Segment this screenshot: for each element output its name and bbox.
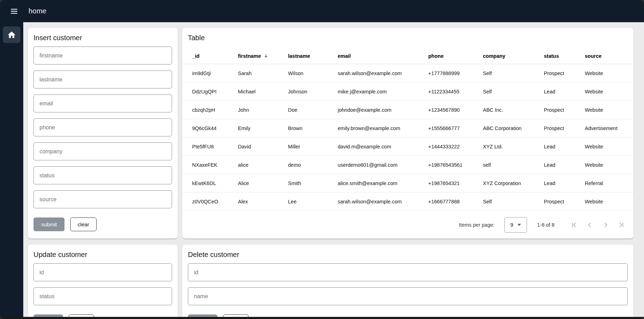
table-row: NXaxeFEKalicedemouserdemo601@gmail.com+1… <box>182 156 633 174</box>
column-header-label: _id <box>192 53 200 59</box>
delete-customer-fields <box>188 263 628 305</box>
delete-id-input[interactable] <box>188 263 628 281</box>
next-page-button[interactable] <box>601 220 611 230</box>
hamburger-icon <box>10 7 18 16</box>
sidebar-item-home[interactable] <box>3 26 20 43</box>
table-cell: z0V0QCeO <box>192 199 238 204</box>
table-row: 9Q6cGk44EmilyBrownemily.brown@example.co… <box>182 119 633 137</box>
column-header-label: status <box>544 53 559 59</box>
delete-customer-card: Delete customer <box>182 245 633 319</box>
table-cell: johndoe@example.com <box>338 107 428 113</box>
table-cell: Lead <box>544 144 585 149</box>
insert-customer-title: Insert customer <box>33 33 172 43</box>
insert-button-row: submit clear <box>33 217 172 231</box>
column-header-status[interactable]: status <box>544 53 585 59</box>
table-cell: ABC Corporation <box>483 125 544 131</box>
table-cell: Wilson <box>288 70 338 76</box>
table-cell: NXaxeFEK <box>192 162 238 168</box>
table-cell: Advertisement <box>585 125 626 131</box>
table-title: Table <box>182 33 633 43</box>
top-navbar: home <box>0 0 644 22</box>
update-status-input[interactable] <box>33 287 172 305</box>
table-cell: david.m@example.com <box>338 144 428 149</box>
delete-name-input[interactable] <box>188 287 628 305</box>
table-header-row: _idfirstnamelastnameemailphonecompanysta… <box>182 48 633 64</box>
caret-down-icon <box>517 224 521 226</box>
menu-button[interactable] <box>7 5 21 18</box>
column-header-email[interactable]: email <box>338 53 428 59</box>
table-cell: Website <box>585 107 626 113</box>
table-cell: Emily <box>238 125 288 131</box>
table-row: DdzUgQPIMichaelJohnsonmike.j@example.com… <box>182 82 633 101</box>
items-per-page-label: Items per page: <box>459 222 495 228</box>
table-cell: Lead <box>544 180 585 186</box>
column-header-label: company <box>483 53 505 59</box>
insert-company-input[interactable] <box>33 142 172 160</box>
table-cell: Website <box>585 162 626 168</box>
insert-submit-button[interactable]: submit <box>33 217 65 231</box>
table-cell: Brown <box>288 125 338 131</box>
table-cell: Lead <box>544 89 585 94</box>
home-icon <box>7 30 16 39</box>
table-cell: demo <box>288 162 338 168</box>
table-cell: Website <box>585 199 626 204</box>
insert-lastname-input[interactable] <box>33 70 172 88</box>
insert-firstname-input[interactable] <box>33 47 172 65</box>
previous-page-button[interactable] <box>585 220 595 230</box>
arrow-down-icon <box>263 53 269 59</box>
table-cell: Alice <box>238 180 288 186</box>
insert-email-input[interactable] <box>33 94 172 112</box>
insert-clear-button[interactable]: clear <box>70 217 97 231</box>
table-cell: Self <box>483 70 544 76</box>
first-page-icon <box>570 221 578 229</box>
table-cell: kEwtK6DL <box>192 180 238 186</box>
insert-source-input[interactable] <box>33 190 172 208</box>
table-body: im9dGtjiSarahWilsonsarah.wilson@example.… <box>182 64 633 211</box>
table-cell: +1234567890 <box>428 107 483 113</box>
update-customer-card: Update customer <box>28 245 178 319</box>
column-header-_id[interactable]: _id <box>192 53 238 59</box>
table-cell: +1777888999 <box>428 70 483 76</box>
insert-phone-input[interactable] <box>33 118 172 136</box>
table-cell: ABC Inc. <box>483 107 544 113</box>
table-cell: alice <box>238 162 288 168</box>
column-header-label: phone <box>428 53 444 59</box>
last-page-icon <box>617 221 626 229</box>
insert-customer-fields <box>33 47 172 208</box>
table-cell: +19876543561 <box>428 162 483 168</box>
column-header-company[interactable]: company <box>483 53 544 59</box>
column-header-label: lastname <box>288 53 310 59</box>
update-customer-title: Update customer <box>33 250 172 259</box>
column-header-phone[interactable]: phone <box>428 53 483 59</box>
page-size-value: 9 <box>510 222 513 228</box>
table-cell: John <box>238 107 288 113</box>
table-cell: Pte5fFU8 <box>192 144 238 149</box>
delete-customer-title: Delete customer <box>188 250 628 259</box>
table-cell: Referral <box>585 180 626 186</box>
table-cell: Website <box>585 144 626 149</box>
table-row: z0V0QCeOAlexLeesarah.wilson@example.com+… <box>182 192 633 211</box>
update-id-input[interactable] <box>33 263 172 281</box>
column-header-firstname[interactable]: firstname <box>238 53 288 59</box>
sidebar <box>0 22 23 317</box>
table-cell: self <box>483 162 544 168</box>
table-cell: +1666777888 <box>428 199 483 204</box>
table-cell: Prospect <box>544 199 585 204</box>
table-cell: Michael <box>238 89 288 94</box>
insert-status-input[interactable] <box>33 166 172 184</box>
page-size-select[interactable]: 9 <box>504 217 527 233</box>
table-cell: DdzUgQPI <box>192 89 238 94</box>
column-header-lastname[interactable]: lastname <box>288 53 338 59</box>
update-customer-fields <box>33 263 172 305</box>
table-cell: userdemo601@gmail.com <box>338 162 428 168</box>
table-cell: Smith <box>288 180 338 186</box>
column-header-label: firstname <box>238 53 261 59</box>
column-header-source[interactable]: source <box>585 53 626 59</box>
table-cell: XYZ Corporation <box>483 180 544 186</box>
first-page-button[interactable] <box>569 220 579 230</box>
table-cell: sarah.wilson@example.com <box>338 199 428 204</box>
last-page-button[interactable] <box>617 220 626 230</box>
table-cell: Doe <box>288 107 338 113</box>
table-cell: Lead <box>544 162 585 168</box>
table-cell: emily.brown@example.com <box>338 125 428 131</box>
